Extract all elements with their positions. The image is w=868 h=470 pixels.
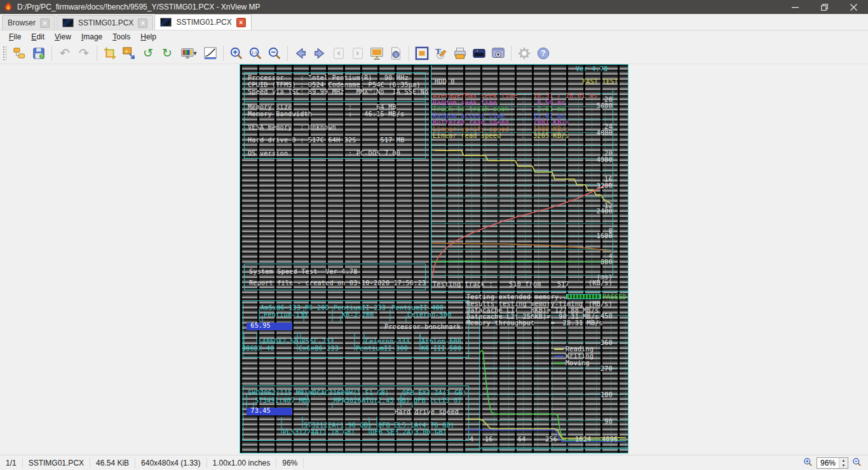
dos-text: Hard drive 0 : 517C 64H 32S 517 MB xyxy=(248,137,405,144)
dos-text: ST3491(407 MB) xyxy=(255,398,311,404)
tab-close-icon[interactable]: × xyxy=(138,18,147,28)
dos-text: 800 xyxy=(587,259,613,265)
previous-image-button[interactable] xyxy=(291,44,310,62)
undo-button[interactable]: ↶ xyxy=(55,44,74,62)
next-image-button[interactable] xyxy=(310,44,329,62)
dos-text: HDD 0 xyxy=(435,79,455,85)
step-down-icon[interactable]: ▼ xyxy=(839,463,848,468)
zoom-1-1-icon: 1:1 xyxy=(248,46,262,60)
tab-close-icon[interactable]: × xyxy=(40,18,50,28)
zoom-1-1-button[interactable]: 1:1 xyxy=(246,44,265,62)
menu-bar: FileEditViewImageToolsHelp xyxy=(0,30,868,43)
dos-text: 2400 xyxy=(587,208,613,215)
fullscreen-button[interactable] xyxy=(412,44,431,62)
dos-text: (KB/s) xyxy=(587,280,613,286)
dos-text: Hard drive speed xyxy=(395,409,459,415)
menu-item[interactable]: Image xyxy=(76,31,107,43)
menu-item[interactable]: Edit xyxy=(26,31,50,43)
menu-item[interactable]: View xyxy=(50,31,76,43)
print-button[interactable] xyxy=(451,44,470,62)
dos-text: Track-to-track seek : 2.61 ms xyxy=(433,106,566,112)
filmstrip-button[interactable] xyxy=(470,44,489,62)
dos-text: Speed via TSC: 89.99 MHz MMX™:No IA SSE:… xyxy=(248,89,428,95)
crop-button[interactable] xyxy=(100,44,119,62)
status-segment: SSTIMG01.PCX xyxy=(23,458,90,468)
resize-button[interactable] xyxy=(119,44,139,62)
last-image-button[interactable] xyxy=(348,44,367,62)
dos-text: 4096 xyxy=(602,436,618,443)
tab-browser[interactable]: Browser × xyxy=(2,15,55,30)
toolbar-separator xyxy=(97,46,97,61)
dos-text: QFB EX3.2A(3 GB) xyxy=(402,390,466,396)
zoom-input[interactable] xyxy=(817,458,839,468)
text-annotate-button[interactable]: T xyxy=(431,44,451,62)
image-viewport[interactable]: Processor : Intel Pentium(R) 90 MHzCPUID… xyxy=(240,64,628,453)
dos-text: P55C-233 xyxy=(302,339,334,345)
status-zoom-out-button[interactable] xyxy=(852,457,862,469)
dos-text xyxy=(554,349,564,350)
previous-image-icon xyxy=(294,46,308,60)
restore-button[interactable] xyxy=(810,0,839,14)
dos-text: Linear read speed : 3265 KB/s xyxy=(433,133,569,139)
zoom-in-button[interactable] xyxy=(227,44,246,62)
crop-icon xyxy=(103,46,117,60)
dos-text: 450 xyxy=(587,313,613,319)
zoom-steppers[interactable]: ▲▼ xyxy=(839,458,848,468)
curves-button[interactable] xyxy=(201,44,220,62)
toolbar-separator xyxy=(511,46,512,61)
menu-item[interactable]: Tools xyxy=(107,31,135,43)
title-bar: D:/Prg/PC_firmware/docs/!bench/9595_Y/SS… xyxy=(0,0,868,14)
dos-text: 180 xyxy=(587,392,613,398)
zoom-spinbox[interactable]: ▲▼ xyxy=(817,457,848,469)
minimize-button[interactable] xyxy=(780,0,810,14)
dos-text: 270 xyxy=(587,366,613,372)
dos-text: OS version : PC-DOS 7.00 xyxy=(248,151,400,157)
tab-image-2-active[interactable]: SSTIMG01.PCX × xyxy=(154,14,251,30)
close-button[interactable] xyxy=(839,0,868,14)
tab-close-icon[interactable]: × xyxy=(236,18,246,27)
close-icon xyxy=(850,4,857,11)
dos-text: QFB EL5.1A(4.76 GB) xyxy=(378,422,454,429)
svg-text:1:1: 1:1 xyxy=(251,50,257,55)
rotate-left-button[interactable]: ↺ xyxy=(139,44,158,62)
toolbar-drag-handle[interactable] xyxy=(3,46,6,61)
help-button[interactable]: ? xyxy=(534,44,553,62)
dos-text: 73.45 xyxy=(247,408,292,415)
dos-text: Athlon-600 xyxy=(421,339,461,345)
slideshow-button[interactable] xyxy=(367,44,386,62)
dos-text: 256 xyxy=(545,436,557,443)
browser-button[interactable] xyxy=(10,44,29,62)
dos-text: FAST TEST xyxy=(582,79,618,85)
dos-text xyxy=(554,363,564,364)
dropdown-arrow-icon[interactable]: ▼ xyxy=(193,50,198,57)
status-zoom-in-button[interactable] xyxy=(803,457,813,469)
dos-text: MPA3026ATU(2.43 GB) xyxy=(334,398,410,404)
first-image-button[interactable] xyxy=(329,44,348,62)
slideshow-icon xyxy=(370,46,384,60)
tab-label: SSTIMG01.PCX xyxy=(78,18,133,27)
screen-capture-button[interactable] xyxy=(489,44,508,62)
menu-item[interactable]: Help xyxy=(135,31,161,43)
menu-item[interactable]: File xyxy=(4,31,26,43)
curves-icon xyxy=(203,46,217,60)
tab-image-1[interactable]: SSTIMG01.PCX × xyxy=(57,15,153,30)
adjust-colors-button[interactable]: ▼ xyxy=(177,44,201,62)
dos-text: 90 xyxy=(587,419,613,425)
dos-text: Memory size : 64 MB xyxy=(248,104,397,111)
toolbar-separator xyxy=(51,46,52,61)
zoom-out-button[interactable] xyxy=(265,44,284,62)
save-button[interactable]: ? xyxy=(29,44,48,62)
dos-text: 3200 xyxy=(587,183,613,189)
rotate-right-button[interactable]: ↻ xyxy=(158,44,177,62)
window-title: D:/Prg/PC_firmware/docs/!bench/9595_Y/SS… xyxy=(17,3,780,11)
toolbar-separator xyxy=(287,46,288,61)
image-info-button[interactable]: i xyxy=(386,44,405,62)
save-icon: ? xyxy=(32,46,46,60)
zoom-out-icon xyxy=(852,457,862,467)
zoom-in-icon xyxy=(229,46,243,60)
next-image-icon xyxy=(313,46,327,60)
dos-text: 4800 xyxy=(587,130,613,137)
step-up-icon[interactable]: ▲ xyxy=(839,458,848,463)
settings-button[interactable] xyxy=(515,44,534,62)
redo-button[interactable]: ↷ xyxy=(74,44,93,62)
